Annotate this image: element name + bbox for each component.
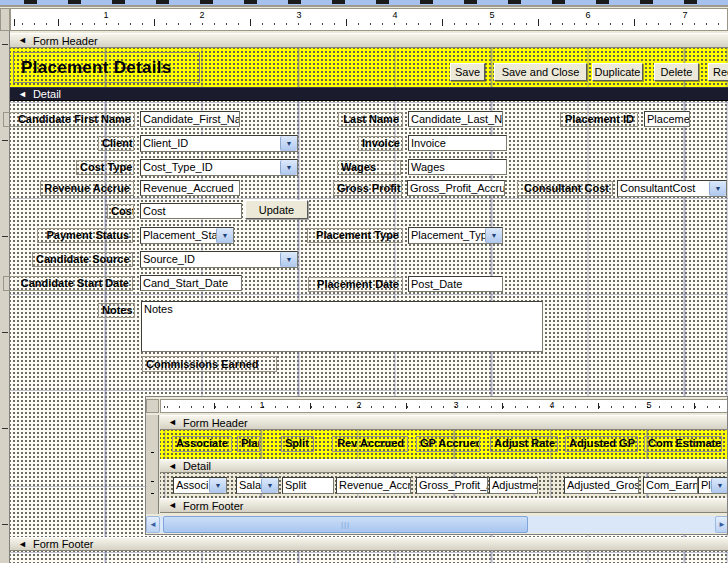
field-gross-profit-textbox[interactable]: Gross_Profit_Accru [407,180,505,196]
ruler-number: 2 [356,401,361,410]
scroll-right-icon: ► [718,520,726,529]
combo-value: Source_ID [141,252,280,267]
scroll-left-button[interactable]: ◄ [146,516,160,533]
subform-rev-accrued-textbox[interactable]: Revenue_Accr [336,477,411,494]
section-arrow-icon: ◄ [18,36,27,45]
field-cost-type-combobox[interactable]: Cost_Type_ID ▼ [140,159,298,176]
field-candidate-start-date-textbox[interactable]: Cand_Start_Date [140,275,242,291]
chevron-down-icon: ▼ [491,232,498,239]
field-client-combobox[interactable]: Client_ID ▼ [140,135,298,152]
chevron-down-icon: ▼ [286,140,293,147]
dropdown-button[interactable]: ▼ [709,181,726,196]
combo-value: Associ [174,478,209,493]
section-bar-label: Form Header [183,417,248,429]
field-client-label: Client [98,136,134,151]
scroll-right-button[interactable]: ► [715,516,728,533]
dropdown-button[interactable]: ▼ [485,228,502,243]
scrollbar-thumb[interactable]: ||| [163,516,528,533]
field-placement-type-label: Placement Type [307,228,403,243]
subform-section-bar-form-header[interactable]: ◄ Form Header [160,415,728,430]
subform-com-earned-textbox[interactable]: Com_Earne [643,477,698,494]
section-bar-form-footer[interactable]: ◄ Form Footer [10,537,728,551]
duplicate-button[interactable]: Duplicate [592,63,643,81]
section-bar-detail[interactable]: ◄ Detail [10,87,728,101]
dropdown-button[interactable]: ▼ [261,478,278,493]
scroll-left-icon: ◄ [149,520,157,529]
field-cost-textbox[interactable]: Cost [140,203,242,219]
update-button-label: Update [259,204,294,216]
section-bar-label: Detail [183,460,211,472]
selector-dash [151,452,154,453]
field-candidate-first-name-textbox[interactable]: Candidate_First_Na [140,111,240,127]
dropdown-button[interactable]: ▼ [280,136,297,151]
chevron-down-icon: ▼ [215,482,222,489]
field-last-name-textbox[interactable]: Candidate_Last_Na [408,111,503,127]
ruler-number: 6 [585,11,590,20]
dropdown-button[interactable]: ▼ [711,478,728,493]
combo-value: Client_ID [141,136,280,151]
field-placement-date-label: Placement Date [308,277,403,292]
dropdown-button[interactable]: ▼ [280,160,297,175]
field-invoice-textbox[interactable]: Invoice [408,135,507,151]
dropdown-button[interactable]: ▼ [216,228,233,243]
subform-plan-combobox[interactable]: Salar ▼ [236,477,279,494]
subform-ruler-corner [146,399,159,413]
rec-button[interactable]: Rec [708,63,728,81]
chevron-down-icon: ▼ [267,482,274,489]
subform-section-bar-detail[interactable]: ◄ Detail [160,459,728,473]
subform-gp-accrued-textbox[interactable]: Gross_Profit_A [416,477,488,494]
subform-plac-combobox[interactable]: Plac ▼ [698,477,728,494]
field-notes-textbox[interactable]: Notes [141,301,543,352]
subform-associate-combobox[interactable]: Associ ▼ [173,477,227,494]
update-button[interactable]: Update [245,200,308,219]
subform-row-selector-strip [146,415,159,514]
column-header-adjusted-gp: Adjusted GP [565,436,638,452]
section-bar-form-header[interactable]: ◄ Form Header [10,33,728,48]
column-header-gp-accrued: GP Accrued [416,436,480,452]
section-arrow-icon: ◄ [18,540,27,549]
subform-adjust-rate-textbox[interactable]: Adjustme [489,477,538,494]
field-placement-id-label: Placement ID [560,112,638,127]
form-title-text: Placement Details [14,58,172,78]
field-invoice-label: Invoice [358,136,403,151]
delete-button[interactable]: Delete [654,63,699,81]
form-title-label[interactable]: Placement Details [13,52,200,83]
column-header-com-estimate: Com Estimate [644,436,722,452]
field-candidate-start-date-label: Candidate Start Date [3,276,133,291]
subform-adjusted-gp-textbox[interactable]: Adjusted_Gros [564,477,639,494]
field-wages-label: Wages [337,160,401,175]
field-wages-textbox[interactable]: Wages [408,159,507,175]
field-placement-id-textbox[interactable]: Placemen [644,111,690,127]
field-consultant-cost-combobox[interactable]: ConsultantCost ▼ [617,180,727,197]
save-and-close-button[interactable]: Save and Close [494,63,587,81]
subform-detail-row: Associ ▼ Salar ▼ Split Revenue_Accr Gros… [160,473,728,498]
subform-scrollbar[interactable]: ◄ ||| ► [146,516,728,533]
dropdown-button[interactable]: ▼ [209,478,226,493]
access-form-design-view: 1 2 3 4 5 6 7 ◄ Form Header Placement De… [0,0,728,563]
field-revenue-accrue-textbox[interactable]: Revenue_Accrued [140,180,240,196]
ruler-number: 1 [103,11,108,20]
section-bar-label: Form Footer [183,500,244,512]
save-button[interactable]: Save [450,63,485,81]
section-arrow-icon: ◄ [168,418,177,427]
toolbar-bottom-strip [0,0,728,7]
field-placement-date-textbox[interactable]: Post_Date [408,276,503,292]
form-footer-section [10,551,728,563]
field-payment-status-combobox[interactable]: Placement_Stat ▼ [140,227,234,244]
field-candidate-source-combobox[interactable]: Source_ID ▼ [140,251,298,268]
vertical-ruler-ticks [2,31,8,563]
section-bar-label: Detail [33,88,61,100]
column-header-split: Split [281,436,314,452]
ruler-number: 3 [296,11,301,20]
ruler-half-ticks [161,403,728,409]
ruler-number: 7 [682,11,687,20]
section-bar-label: Form Footer [33,538,94,550]
subform-header-row: Associate Plan Split Rev Accrued GP Accr… [160,430,728,459]
field-revenue-accrue-label: Revenue Accrue [40,181,134,196]
dropdown-button[interactable]: ▼ [280,252,297,267]
field-placement-type-combobox[interactable]: Placement_Type ▼ [408,227,503,244]
ruler-number: 2 [199,11,204,20]
subform-split-textbox[interactable]: Split [282,477,334,494]
chevron-down-icon: ▼ [715,185,722,192]
subform-section-bar-form-footer[interactable]: ◄ Form Footer [160,498,728,513]
